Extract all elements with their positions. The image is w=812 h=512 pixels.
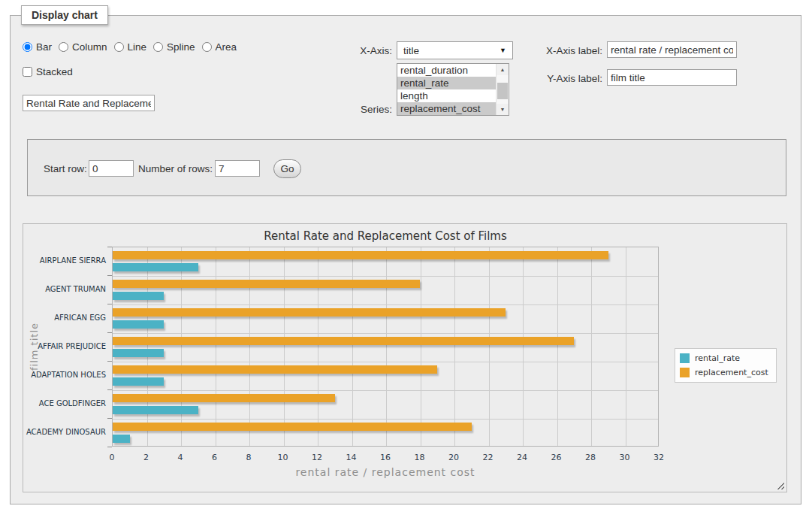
chart-type-radio-spline[interactable] [153, 42, 163, 52]
bar-rental_rate-agent-truman [113, 292, 164, 300]
legend-swatch-icon [680, 368, 690, 377]
x-axis-select-value: title [403, 45, 419, 56]
bar-rental_rate-airplane-sierra [113, 263, 198, 271]
x-tick-label: 16 [370, 453, 400, 462]
x-tick-label: 32 [644, 453, 674, 462]
x-tick-label: 30 [610, 453, 640, 462]
y-axis-label-field-label: Y-Axis label: [533, 73, 602, 84]
gridline-horizontal [113, 362, 658, 362]
scrollbar-track[interactable] [497, 75, 509, 104]
bar-replacement_cost-adaptation-holes [113, 365, 437, 374]
y-category-label: AGENT TRUMAN [23, 285, 106, 294]
y-axis-tick-mark [107, 361, 112, 362]
chart-type-radio-bar[interactable] [23, 42, 32, 52]
panel-title: Display chart [21, 5, 108, 25]
y-axis-tick-mark [107, 247, 112, 247]
chart-legend: rental_ratereplacement_cost [675, 348, 777, 383]
y-category-label: ADAPTATION HOLES [23, 371, 106, 380]
series-option-length[interactable]: length [397, 89, 496, 102]
page: Display chart BarColumnLineSplineArea St… [0, 0, 812, 512]
bar-rental_rate-affair-prejudice [113, 349, 164, 357]
x-tick-label: 6 [200, 453, 230, 462]
gridline-vertical [216, 247, 216, 446]
legend-label: replacement_cost [695, 368, 768, 377]
chart-type-label: Bar [36, 41, 52, 53]
bar-replacement_cost-airplane-sierra [113, 251, 608, 259]
x-tick-label: 8 [234, 453, 264, 462]
series-option-replacement_cost[interactable]: replacement_cost [397, 102, 496, 115]
gridline-horizontal [113, 390, 658, 391]
chart-type-label: Line [128, 41, 147, 53]
gridline-vertical [421, 247, 421, 446]
y-axis-tick-mark [107, 304, 112, 304]
gridline-vertical [318, 247, 318, 446]
gridline-vertical [249, 247, 250, 446]
chart-type-label: Area [216, 41, 237, 53]
x-tick-label: 28 [575, 453, 605, 462]
chart-title-input[interactable] [23, 95, 155, 111]
chart-type-radio-line[interactable] [114, 42, 124, 52]
chart-type-label: Column [72, 41, 107, 53]
x-axis-label-field-label: X-Axis label: [533, 45, 602, 56]
bar-replacement_cost-agent-truman [113, 280, 420, 288]
x-tick-label: 20 [439, 453, 469, 462]
scroll-up-icon[interactable]: ▲ [497, 64, 509, 75]
gridline-vertical [352, 247, 353, 446]
bar-rental_rate-african-egg [113, 320, 164, 329]
y-axis-label-input[interactable] [607, 69, 737, 86]
number-of-rows-input[interactable] [215, 160, 260, 177]
x-tick-label: 4 [165, 453, 195, 462]
gridline-vertical [489, 247, 490, 446]
chart-type-option-area[interactable]: Area [202, 41, 237, 53]
listbox-scrollbar[interactable]: ▲ ▼ [496, 64, 509, 115]
resize-grip-icon[interactable] [775, 480, 784, 489]
x-tick-label: 0 [97, 453, 127, 462]
gridline-vertical [523, 247, 524, 446]
gridline-vertical [181, 247, 182, 446]
go-button[interactable]: Go [273, 159, 301, 178]
series-listbox[interactable]: rental_durationrental_ratelengthreplacem… [397, 63, 509, 116]
series-option-rental_rate[interactable]: rental_rate [397, 77, 496, 89]
x-tick-label: 10 [268, 453, 298, 462]
bar-replacement_cost-academy-dinosaur [113, 423, 472, 431]
number-of-rows-label: Number of rows: [138, 163, 213, 174]
bar-replacement_cost-african-egg [113, 308, 506, 317]
x-tick-label: 2 [131, 453, 161, 462]
stacked-checkbox-row[interactable]: Stacked [23, 66, 73, 77]
x-tick-label: 12 [302, 453, 332, 462]
gridline-horizontal [113, 276, 658, 277]
plot-area [112, 247, 659, 447]
y-category-label: AIRPLANE SIERRA [23, 256, 106, 265]
x-tick-label: 24 [507, 453, 537, 462]
series-option-rental_duration[interactable]: rental_duration [397, 64, 496, 77]
bar-rental_rate-academy-dinosaur [113, 435, 130, 443]
chevron-down-icon: ▼ [500, 47, 506, 54]
bar-rental_rate-adaptation-holes [113, 377, 164, 386]
chart-type-option-line[interactable]: Line [114, 41, 147, 53]
x-tick-label: 26 [542, 453, 572, 462]
gridline-vertical [284, 247, 285, 446]
chart-type-option-column[interactable]: Column [59, 41, 107, 53]
scrollbar-thumb[interactable] [497, 83, 508, 99]
legend-swatch-icon [680, 353, 690, 363]
stacked-checkbox[interactable] [23, 67, 32, 77]
gridline-horizontal [113, 419, 658, 420]
chart-type-option-bar[interactable]: Bar [23, 41, 52, 53]
y-category-label: ACE GOLDFINGER [23, 399, 106, 408]
chart-type-option-spline[interactable]: Spline [153, 41, 195, 53]
chart-type-radio-column[interactable] [59, 42, 68, 52]
stacked-label: Stacked [36, 66, 73, 77]
start-row-input[interactable] [89, 160, 134, 177]
bar-rental_rate-ace-goldfinger [113, 406, 198, 414]
y-category-label: AFRICAN EGG [23, 314, 106, 323]
gridline-vertical [147, 247, 148, 446]
chart-type-radio-area[interactable] [202, 42, 212, 52]
scroll-down-icon[interactable]: ▼ [497, 104, 509, 115]
x-axis-label-input[interactable] [607, 41, 737, 58]
y-axis-tick-mark [107, 418, 112, 419]
y-category-label: AFFAIR PREJUDICE [23, 342, 106, 351]
gridline-vertical [386, 247, 387, 446]
x-tick-label: 18 [405, 453, 435, 462]
y-axis-tick-mark [107, 332, 112, 333]
x-axis-select[interactable]: title ▼ [397, 41, 513, 59]
